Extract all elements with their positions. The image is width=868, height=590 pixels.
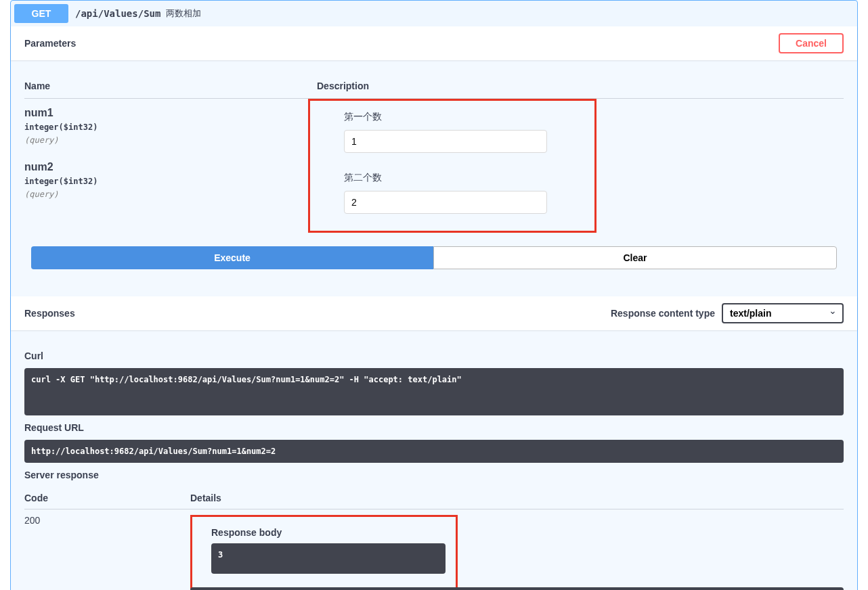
responses-header: Responses Response content type text/pla…	[11, 296, 857, 330]
execute-row: Execute Clear	[24, 233, 844, 283]
param-name: num1	[24, 107, 317, 119]
parameters-title: Parameters	[24, 38, 76, 49]
endpoint-summary: 两数相加	[166, 7, 201, 20]
param-in: (query)	[24, 135, 317, 145]
response-table-row: 200 Response body 3 Download	[24, 509, 844, 590]
param-type: integer($int32)	[24, 119, 317, 135]
response-body-block: 3	[211, 543, 446, 574]
param-input-num2[interactable]	[344, 191, 547, 214]
response-table-head: Code Details	[24, 487, 844, 509]
content-type-label: Response content type	[611, 308, 715, 319]
param-description: 第二个数	[344, 172, 561, 184]
param-description: 第一个数	[344, 111, 561, 123]
response-body-full-bg: Download	[190, 587, 844, 590]
parameters-table: Name Description num1 integer($int32) (q…	[11, 60, 857, 296]
endpoint-path: /api/Values/Sum	[75, 8, 160, 19]
content-type-select[interactable]: text/plain	[722, 303, 844, 323]
operation-block: GET /api/Values/Sum 两数相加 Parameters Canc…	[10, 0, 858, 590]
description-column-header: Description	[317, 81, 844, 91]
responses-section: Responses Response content type text/pla…	[11, 296, 857, 590]
details-column-header: Details	[190, 493, 844, 503]
response-body-title: Response body	[211, 527, 446, 538]
response-body-highlight: Response body 3	[190, 515, 458, 589]
parameters-table-head: Name Description	[24, 74, 844, 99]
clear-button[interactable]: Clear	[433, 246, 837, 269]
content-type-wrap: Response content type text/plain	[611, 303, 844, 323]
method-badge: GET	[14, 4, 68, 23]
parameter-inputs-highlight: 第一个数 第二个数	[308, 99, 596, 233]
request-url-title: Request URL	[24, 422, 844, 433]
code-column-header: Code	[24, 493, 190, 503]
name-column-header: Name	[24, 81, 317, 91]
curl-block: curl -X GET "http://localhost:9682/api/V…	[24, 368, 844, 415]
response-details: Response body 3 Download	[190, 515, 844, 590]
param-in: (query)	[24, 189, 317, 199]
parameters-header: Parameters Cancel	[11, 26, 857, 60]
operation-summary[interactable]: GET /api/Values/Sum 两数相加	[11, 1, 857, 26]
execute-button[interactable]: Execute	[31, 246, 433, 269]
param-input-num1[interactable]	[344, 130, 547, 153]
param-name: num2	[24, 161, 317, 173]
responses-title: Responses	[24, 308, 75, 319]
request-url-block: http://localhost:9682/api/Values/Sum?num…	[24, 440, 844, 463]
responses-body: Curl curl -X GET "http://localhost:9682/…	[11, 330, 857, 590]
param-type: integer($int32)	[24, 173, 317, 189]
curl-title: Curl	[24, 350, 844, 361]
response-code: 200	[24, 515, 190, 590]
server-response-title: Server response	[24, 470, 844, 480]
cancel-button[interactable]: Cancel	[779, 33, 844, 53]
